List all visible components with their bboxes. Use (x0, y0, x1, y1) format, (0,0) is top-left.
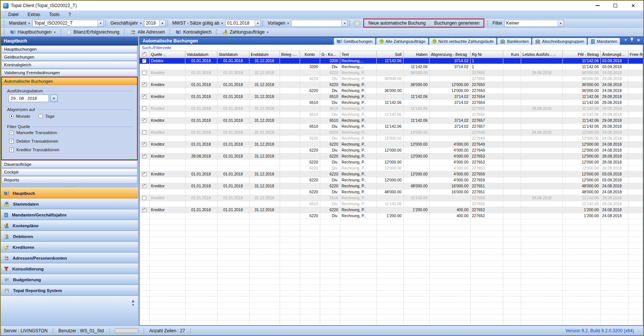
row-checkbox[interactable] (142, 95, 146, 99)
generate-bookings-button[interactable]: Buchungen generieren (430, 20, 483, 26)
nav-button-konsolidierung[interactable]: Konsolidierung (1, 263, 138, 274)
menu-item-[interactable]: ? (65, 11, 75, 18)
menu-item-datei[interactable]: Datei (4, 11, 22, 18)
radio-monate[interactable]: Monate (9, 114, 30, 118)
column-header-beleg[interactable]: Beleg -... (280, 51, 300, 58)
row-checkbox[interactable] (142, 59, 146, 63)
table-row[interactable]: 6220Div.Rechnung, P..12'000.004'000.0022… (140, 177, 643, 183)
table-row[interactable]: Kreditor01.01.201801.01.201831.12.201862… (140, 183, 643, 189)
toolbar-grip[interactable] (167, 20, 169, 26)
geschaeftsjahr-dropdown-label[interactable]: Geschäftsjahr▼ (109, 20, 144, 26)
checkbox-debitor-transaktionen[interactable]: Debitor Transaktionen (9, 139, 133, 143)
checkbox-manuelle-transaktion[interactable]: Manuelle Transaktion (9, 130, 133, 135)
sidebar-item-hauptbuchungen[interactable]: Hauptbuchungen (1, 45, 137, 53)
sidebar-splitter-handle[interactable]: ......... (1, 184, 138, 188)
nav-button-topal-reporting-system[interactable]: Topal Reporting System (1, 285, 138, 296)
maximize-button[interactable] (613, 3, 618, 8)
column-header-rgnr[interactable]: Rg Nr (470, 51, 503, 58)
nav-button-kreditoren[interactable]: Kreditoren (1, 242, 138, 253)
mwst-date-combobox[interactable]: 01.01.2018 ▼ (225, 20, 261, 27)
select-all-checkbox[interactable] (142, 52, 146, 56)
toolbar-grip[interactable] (349, 20, 351, 26)
table-row[interactable]: 6220Div.Rechnung, P..36'000.0022765036'0… (140, 76, 643, 82)
table-row[interactable]: 6220Div.Rechnung, P..12'000.004'000.0022… (140, 147, 643, 153)
table-row[interactable]: Kreditor01.01.201801.01.201831.12.201862… (140, 82, 643, 88)
table-row[interactable]: 6510Div.Rechnung, P..11'142.0622765611'1… (140, 201, 643, 207)
new-automatic-booking-button[interactable]: Neue automatische Buchung (364, 20, 430, 26)
menu-item-tools[interactable]: Tools (45, 11, 63, 18)
configure-buttons-chevron-icon[interactable]: »▼ (132, 299, 134, 326)
column-header-text[interactable]: Text (340, 51, 376, 58)
table-row[interactable]: Kreditor01.01.201801.01.201831.12.201865… (140, 117, 643, 123)
column-header-sel[interactable] (140, 51, 149, 58)
table-row[interactable]: Kreditor01.01.201801.01.201831.12.201862… (140, 171, 643, 177)
table-row[interactable]: 6220Div.Rechnung, P..1'200.00400.0022765… (140, 213, 643, 219)
table-row[interactable]: 6220Div.Rechnung, P..48'000.0016'000.002… (140, 189, 643, 195)
checkbox-kreditor-transaktionen[interactable]: Kreditor Transaktionen (9, 148, 133, 152)
chevron-down-icon[interactable]: ▼ (98, 20, 103, 26)
column-header-haben[interactable]: Haben (403, 51, 429, 58)
sidebar-item-geldbuchungen[interactable]: Geldbuchungen (1, 53, 137, 61)
sidebar-item-automatische-buchungen[interactable]: Automatische Buchungen (2, 77, 137, 85)
sidebar-item-validierung-fremdwährungen[interactable]: Validierung Fremdwährungen (1, 69, 137, 76)
table-row[interactable]: 3200Div.Rechnung,...11'142.063714.02111'… (140, 64, 643, 70)
column-header-fw[interactable]: FW - Betrag (562, 51, 600, 58)
tab-geldbuchungen[interactable]: Geldbuchungen (334, 38, 376, 45)
chevron-down-icon[interactable]: ▼ (159, 20, 165, 26)
row-checkbox[interactable] (142, 118, 146, 123)
column-header-letztes[interactable]: Letztes Ausführ...△ (521, 51, 562, 58)
toolbar-grip[interactable] (216, 29, 218, 35)
toolbar-grip[interactable] (124, 29, 126, 35)
row-checkbox[interactable] (142, 130, 146, 134)
table-row[interactable]: Kreditor28.08.201801.01.201831.12.201862… (140, 153, 643, 159)
row-checkbox[interactable] (142, 83, 146, 87)
tab-bankkonten[interactable]: Bankkonten (497, 38, 532, 45)
toolbar-button-zahlungsaufträge[interactable]: Zahlungsaufträge▼ (219, 29, 272, 35)
column-header-enddatum[interactable]: Enddatum (249, 51, 280, 58)
column-header-startdatum[interactable]: Startdatum (217, 51, 249, 58)
chevron-down-icon[interactable]: ▼ (558, 20, 564, 26)
resize-grip[interactable]: .: (638, 329, 640, 333)
table-row[interactable]: 6220Div.Rechnung, P..12'000.0022764912'0… (140, 135, 643, 141)
row-checkbox[interactable] (142, 142, 146, 146)
column-header-freie[interactable]: Freie Rg. - Nr. (628, 51, 643, 58)
table-row[interactable]: 6220Div.Rechnung, P..12'000.004'000.0022… (140, 159, 643, 165)
tab-nicht-verbuchte-zahlungsläufe[interactable]: Nicht verbuchte Zahlungsläufe (429, 38, 497, 45)
sidebar-item-cockpit[interactable]: Cockpit (1, 168, 137, 176)
toolbar-grip[interactable] (169, 29, 171, 35)
column-header-quelle[interactable]: Quelle△ (149, 51, 185, 58)
menu-item-extras[interactable]: Extras (24, 11, 44, 18)
column-header-aend[interactable]: Änderungd... (600, 51, 628, 58)
search-filter-row[interactable]: Such-/Filterzeile (140, 45, 643, 51)
sidebar-item-reports[interactable]: Reports (1, 176, 137, 184)
row-checkbox[interactable] (142, 196, 146, 200)
nav-button-debitoren[interactable]: Debitoren (1, 231, 138, 242)
tab-list-dropdown-icon[interactable]: ▼ (624, 38, 627, 42)
row-checkbox[interactable] (142, 208, 146, 212)
row-checkbox[interactable] (142, 107, 146, 111)
table-row[interactable]: 6220Div.Rechnung, P..12'000.004'000.0022… (140, 165, 643, 171)
table-row[interactable]: Kreditor01.01.201801.01.201831.12.201862… (140, 129, 643, 135)
toolbar-button-bilanz-erfolgsrechnung[interactable]: Bilanz/Erfolgsrechnung (64, 29, 122, 35)
toolbar-button-alle-adressen[interactable]: Alle Adressen (127, 29, 168, 35)
vorlagen-dropdown-label[interactable]: Vorlagen▼ (266, 20, 291, 26)
toolbar-grip[interactable] (105, 20, 107, 26)
row-checkbox[interactable] (142, 71, 146, 75)
nav-button-adressen-personenkonten[interactable]: Adressen/Personenkonten (1, 253, 138, 263)
geschaeftsjahr-combobox[interactable]: 2018 ▼ (144, 20, 166, 27)
column-header-soll[interactable]: Soll (376, 51, 403, 58)
radio-tage[interactable]: Tage (38, 114, 54, 118)
column-header-kurs[interactable]: Kurs (503, 51, 521, 58)
close-button[interactable]: × (631, 3, 636, 8)
date-dropdown-button[interactable]: ▼ (50, 95, 58, 102)
table-row[interactable]: 6510Div.Rechnung, P..11'142.063714.02227… (140, 123, 643, 129)
toolbar-grip[interactable] (4, 20, 6, 26)
nav-button-stammdaten[interactable]: Stammdaten (1, 199, 138, 209)
toolbar-grip[interactable] (262, 20, 264, 26)
tab-alle-zahlungsaufträge[interactable]: Alle Zahlungsaufträge (376, 38, 428, 45)
table-row[interactable]: Kreditor01.01.201801.01.201831.12.201865… (140, 93, 643, 99)
table-row[interactable]: Debitor01.01.201801.01.201831.12.2018320… (140, 58, 643, 64)
table-row[interactable]: 6510Div.Rechnung, P..11'142.063714.02227… (140, 99, 643, 105)
tab-mandanten[interactable]: Mandanten (587, 38, 620, 45)
nav-button-kontenpläne[interactable]: Kontenpläne (1, 220, 138, 231)
